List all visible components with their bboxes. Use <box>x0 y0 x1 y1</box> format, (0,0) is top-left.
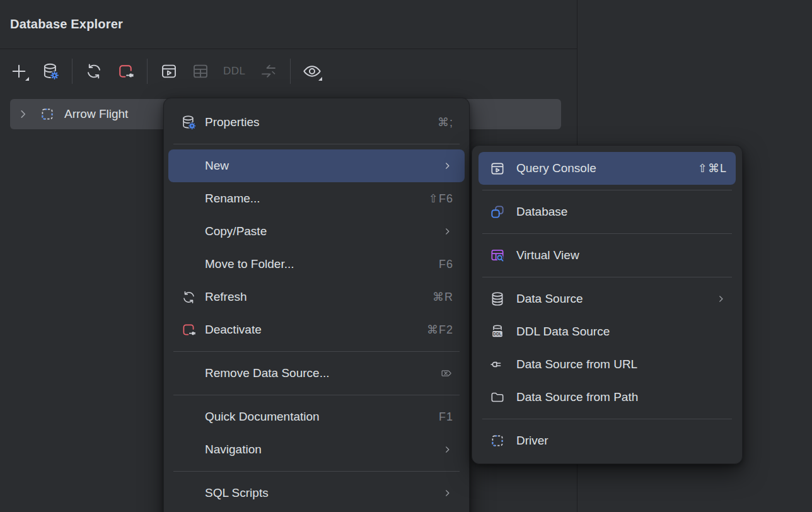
submenu-item-query-console[interactable]: Query Console ⇧⌘L <box>478 152 736 185</box>
folder-icon <box>489 389 506 405</box>
panel-title: Database Explorer <box>10 17 123 32</box>
apply-ddl-button[interactable] <box>257 60 280 83</box>
chevron-right-icon[interactable] <box>16 107 30 121</box>
ddl-button[interactable]: DDL <box>221 60 248 83</box>
delete-shortcut-icon <box>439 366 453 380</box>
dropdown-triangle <box>25 77 29 81</box>
query-console-icon <box>489 160 506 177</box>
data-source-icon <box>489 291 506 307</box>
menu-item-properties[interactable]: Properties ⌘; <box>168 106 465 139</box>
menu-separator <box>482 190 732 190</box>
menu-item-rename[interactable]: Rename... ⇧F6 <box>168 182 465 215</box>
tree-item-label: Arrow Flight <box>64 107 128 121</box>
table-icon <box>191 62 210 81</box>
deactivate-icon <box>116 62 135 81</box>
plug-icon <box>489 356 506 373</box>
refresh-button[interactable] <box>83 60 105 83</box>
dropdown-triangle <box>318 77 322 81</box>
menu-separator <box>482 233 732 234</box>
menu-separator <box>482 277 732 277</box>
submenu-arrow-icon <box>716 293 727 305</box>
database-icon <box>489 204 506 220</box>
menu-separator <box>173 351 460 352</box>
add-button[interactable] <box>8 60 30 83</box>
menu-item-remove-data-source[interactable]: Remove Data Source... <box>168 357 465 390</box>
menu-item-move-to-folder[interactable]: Move to Folder... F6 <box>168 248 465 281</box>
data-source-properties-button[interactable] <box>39 60 62 83</box>
submenu-arrow-icon <box>442 444 453 455</box>
toolbar-separator <box>147 59 148 84</box>
menu-separator <box>173 144 460 144</box>
new-submenu: Query Console ⇧⌘L Database Virtual View <box>472 145 743 464</box>
submenu-item-virtual-view[interactable]: Virtual View <box>478 239 736 272</box>
deactivate-icon <box>180 322 197 338</box>
menu-separator <box>482 419 732 419</box>
submenu-item-ddl-data-source[interactable]: DDL DDL Data Source <box>478 315 736 348</box>
menu-separator <box>173 395 460 395</box>
driver-icon <box>39 106 55 122</box>
menu-item-quick-documentation[interactable]: Quick Documentation F1 <box>168 400 465 433</box>
menu-item-new[interactable]: New <box>168 149 465 182</box>
menu-item-navigation[interactable]: Navigation <box>168 433 465 466</box>
jump-to-query-console-button[interactable] <box>158 60 180 83</box>
database-settings-icon <box>180 114 197 131</box>
refresh-icon <box>84 62 103 81</box>
driver-icon <box>489 433 506 449</box>
ddl-data-source-icon: DDL <box>489 323 506 340</box>
menu-separator <box>173 471 460 472</box>
toolbar-separator <box>72 59 72 84</box>
context-menu: Properties ⌘; New Rename... ⇧F6 Copy/Pas… <box>163 98 470 512</box>
database-settings-icon <box>41 62 60 81</box>
menu-item-copy-paste[interactable]: Copy/Paste <box>168 215 465 248</box>
submenu-arrow-icon <box>442 487 453 499</box>
deactivate-button[interactable] <box>114 60 137 83</box>
submenu-item-driver[interactable]: Driver <box>478 424 736 457</box>
toolbar-separator <box>290 59 291 84</box>
table-button[interactable] <box>189 60 212 83</box>
query-console-icon <box>160 62 178 81</box>
toolbar: DDL <box>0 50 577 93</box>
menu-item-sql-scripts[interactable]: SQL Scripts <box>168 477 465 509</box>
submenu-item-data-source-from-url[interactable]: Data Source from URL <box>478 348 736 381</box>
submenu-arrow-icon <box>442 160 453 172</box>
submenu-item-data-source[interactable]: Data Source <box>478 282 736 315</box>
tool-window-header: Database Explorer <box>0 0 577 49</box>
submenu-item-database[interactable]: Database <box>478 195 736 228</box>
svg-text:DDL: DDL <box>493 332 502 336</box>
submenu-arrow-icon <box>442 226 453 237</box>
view-options-button[interactable] <box>301 60 323 83</box>
compare-arrows-icon <box>259 62 278 81</box>
submenu-item-data-source-from-path[interactable]: Data Source from Path <box>478 381 736 414</box>
refresh-icon <box>181 289 197 305</box>
menu-item-deactivate[interactable]: Deactivate ⌘F2 <box>168 313 465 346</box>
ddl-label: DDL <box>223 65 246 78</box>
virtual-view-icon <box>489 247 506 264</box>
menu-item-refresh[interactable]: Refresh ⌘R <box>168 281 465 313</box>
